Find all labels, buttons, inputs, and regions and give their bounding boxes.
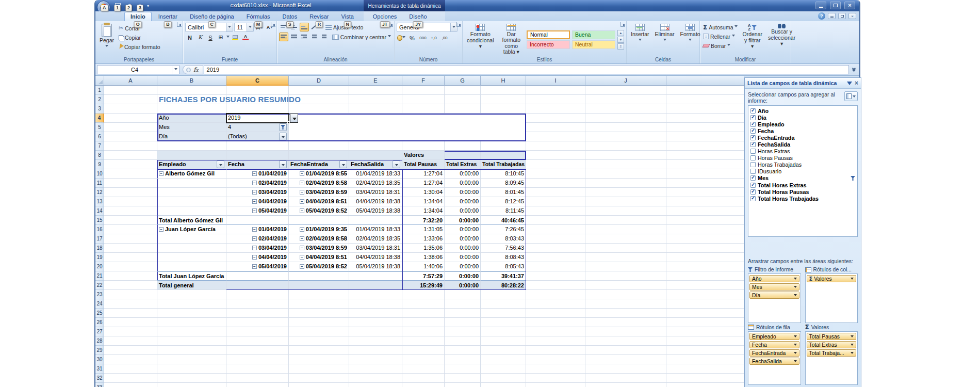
grid-cell[interactable]: FICHAJES POR USUARIO RESUMIDO <box>157 95 226 104</box>
grid-cell[interactable] <box>585 132 666 141</box>
grid-cell[interactable] <box>104 225 157 234</box>
grid-cell[interactable] <box>289 123 349 132</box>
grid-cell[interactable] <box>585 123 666 132</box>
row-header[interactable]: 17 <box>95 234 104 244</box>
field-item[interactable]: Total Horas Pausas <box>750 188 855 195</box>
close-button[interactable]: × <box>844 2 855 9</box>
grid-cell[interactable] <box>445 318 481 327</box>
grid-cell[interactable] <box>349 86 402 95</box>
grid-cell[interactable]: 7:32:20 <box>402 216 445 225</box>
grid-cell[interactable] <box>445 151 481 160</box>
grid-cell[interactable] <box>481 318 526 327</box>
grid-cell[interactable] <box>104 309 157 318</box>
column-header[interactable]: E <box>349 76 402 86</box>
select-all-corner[interactable] <box>95 76 104 86</box>
grid-cell[interactable]: −05/04/2019 8:52 <box>289 206 349 216</box>
grid-cell[interactable] <box>157 262 226 271</box>
filter-dropdown[interactable] <box>279 133 287 140</box>
grid-cell[interactable] <box>349 95 402 104</box>
row-header[interactable]: 3 <box>95 104 104 114</box>
grid-cell[interactable] <box>104 95 157 104</box>
grid-cell[interactable]: −Juan López García <box>157 225 226 234</box>
grid-cell[interactable] <box>157 244 226 253</box>
grid-cell[interactable] <box>402 104 445 114</box>
row-header[interactable]: 14 <box>95 206 104 216</box>
grid-cell[interactable] <box>104 336 157 346</box>
filter-dropdown[interactable] <box>393 160 400 168</box>
grid-cell[interactable] <box>585 197 666 206</box>
grid-cell[interactable]: 8:10:45 <box>481 169 526 179</box>
grid-cell[interactable]: Día <box>157 132 226 141</box>
underline-button[interactable]: S <box>206 33 215 42</box>
grid-cell[interactable]: Empleado <box>157 160 226 169</box>
redo-button[interactable]: ↷ 3 <box>136 2 145 10</box>
grid-cell[interactable] <box>349 151 402 160</box>
collapse-button[interactable]: − <box>300 190 304 195</box>
accounting-format-button[interactable] <box>397 34 406 42</box>
grid-cell[interactable] <box>585 271 666 281</box>
grid-cell[interactable] <box>349 309 402 318</box>
formula-input[interactable]: 2019 <box>204 65 849 74</box>
grid-cell[interactable] <box>289 346 349 355</box>
grid-cell[interactable] <box>349 299 402 309</box>
grid-cell[interactable] <box>526 197 585 206</box>
grid-cell[interactable] <box>585 355 666 364</box>
grid-cell[interactable] <box>104 290 157 299</box>
grid-cell[interactable]: Total Extras <box>445 160 481 169</box>
grid-cell[interactable] <box>104 244 157 253</box>
grid-cell[interactable] <box>157 318 226 327</box>
grid-cell[interactable] <box>226 309 289 318</box>
grid-cell[interactable]: 7:56:43 <box>481 244 526 253</box>
grid-cell[interactable] <box>104 123 157 132</box>
collapse-button[interactable]: − <box>300 181 304 185</box>
row-header[interactable]: 30 <box>95 355 104 364</box>
grid-cell[interactable] <box>526 160 585 169</box>
grid-cell[interactable]: 7:57:29 <box>402 271 445 281</box>
grid-cell[interactable]: 40:46:45 <box>481 216 526 225</box>
increase-indent-button[interactable] <box>320 33 329 41</box>
grid-cell[interactable] <box>526 86 585 95</box>
grid-cell[interactable] <box>585 383 666 387</box>
grid-cell[interactable]: −01/04/2019 9:35 <box>289 225 349 234</box>
grid-cell[interactable] <box>526 132 585 141</box>
grid-cell[interactable]: 0:00:00 <box>445 262 481 271</box>
grid-cell[interactable] <box>226 346 289 355</box>
find-select-button[interactable]: Buscar y seleccionar ▾ <box>766 23 797 56</box>
collapse-button[interactable]: − <box>252 190 257 195</box>
grid-cell[interactable] <box>526 346 585 355</box>
grid-cell[interactable]: 03/04/2019 18:31 <box>349 188 402 197</box>
gallery-more-button[interactable]: ≡ <box>617 43 624 50</box>
grid-cell[interactable] <box>349 216 402 225</box>
grid-cell[interactable] <box>349 141 402 151</box>
row-header[interactable]: 2 <box>95 95 104 104</box>
grid-cell[interactable] <box>402 123 445 132</box>
collapse-button[interactable]: − <box>252 208 257 213</box>
grid-cell[interactable] <box>104 346 157 355</box>
row-header[interactable]: 25 <box>95 309 104 318</box>
grid-cell[interactable]: 4 <box>226 123 289 132</box>
grid-cell[interactable]: Mes <box>157 123 226 132</box>
grid-cell[interactable]: 8:01:45 <box>481 188 526 197</box>
grid-cell[interactable]: 0:00:00 <box>445 253 481 262</box>
grid-cell[interactable] <box>666 104 744 114</box>
comma-style-button[interactable]: 000 <box>418 34 428 42</box>
grid-cell[interactable] <box>226 374 289 383</box>
grid-cell[interactable]: −03/04/2019 8:59 <box>289 244 349 253</box>
field-item[interactable]: FechaSalida <box>750 141 855 148</box>
area-field-button[interactable]: Total Extras <box>807 341 857 348</box>
area-field-button[interactable]: Total Trabaja... <box>807 349 857 357</box>
grid-cell[interactable] <box>585 290 666 299</box>
grid-cell[interactable] <box>402 132 445 141</box>
expand-formula-bar-button[interactable] <box>850 65 858 74</box>
grid-cell[interactable] <box>157 86 226 95</box>
grid-cell[interactable] <box>157 151 226 160</box>
area-field-button[interactable]: ΣValores <box>807 275 857 282</box>
grid-cell[interactable] <box>526 244 585 253</box>
grid-cell[interactable] <box>585 216 666 225</box>
field-checkbox[interactable] <box>750 189 756 195</box>
number-format-combo[interactable]: General <box>397 23 458 32</box>
filter-dropdown[interactable] <box>217 160 224 168</box>
grid-cell[interactable]: 01/04/2019 18:33 <box>349 225 402 234</box>
grid-cell[interactable] <box>289 309 349 318</box>
format-painter-button[interactable]: Copiar formato <box>118 42 161 51</box>
